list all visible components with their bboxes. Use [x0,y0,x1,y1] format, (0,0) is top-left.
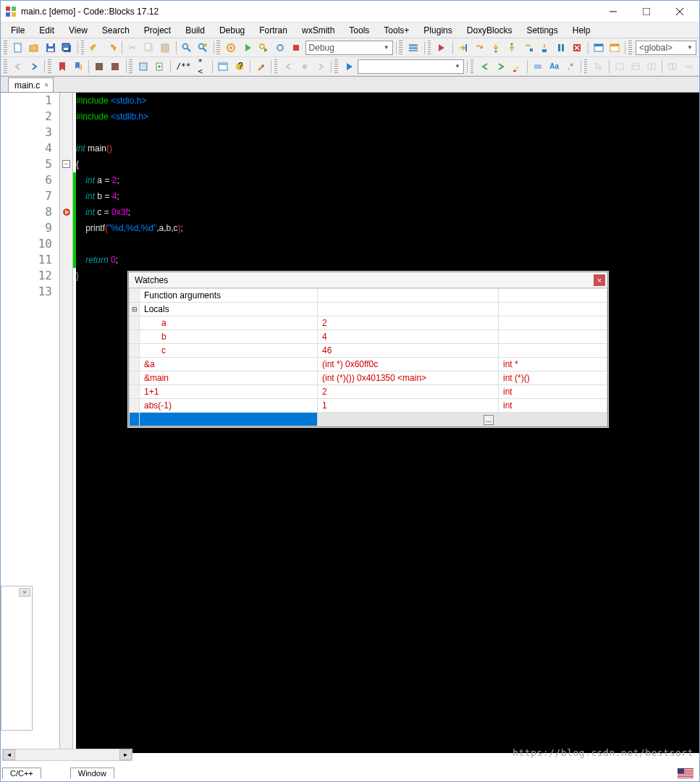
menu-debug[interactable]: Debug [212,24,252,37]
step-into-icon[interactable] [489,40,504,56]
replace-icon[interactable] [195,40,211,56]
menu-settings[interactable]: Settings [519,24,565,37]
match-case-icon[interactable]: Aa [547,59,561,75]
frame-icon[interactable] [612,59,627,75]
doxy-config-icon[interactable] [253,59,268,75]
menu-search[interactable]: Search [95,24,137,37]
toolbar-grip[interactable] [628,41,632,55]
watch-value[interactable]: 2 [318,316,499,330]
open-file-icon[interactable] [27,40,42,56]
highlight-icon[interactable] [510,59,524,75]
watch-value[interactable]: (int (*)()) 0x401350 <main> [318,371,499,385]
watches-titlebar[interactable]: Watches × [129,272,607,288]
toolbar-grip[interactable] [274,59,278,74]
toolbar-grip[interactable] [81,41,85,55]
menu-doxyblocks[interactable]: DoxyBlocks [460,24,520,37]
watch-value[interactable]: 2 [318,385,499,399]
menu-build[interactable]: Build [178,24,212,37]
nav-back-icon[interactable] [11,59,25,75]
selected-text-icon[interactable] [531,59,545,75]
copy-icon[interactable] [142,40,157,56]
menu-toolsplus[interactable]: Tools+ [376,24,416,37]
scope-combo[interactable]: <global>▼ [636,41,696,55]
doxy-comment-line-icon[interactable]: *< [195,59,209,75]
locale-flag-icon[interactable] [678,768,693,778]
toolbar-grip[interactable] [4,41,7,55]
find-next-icon[interactable] [494,59,508,75]
abort-icon[interactable] [289,40,304,56]
various-info-icon[interactable] [607,40,623,56]
menu-file[interactable]: File [4,24,32,37]
panel-icon[interactable] [628,59,643,75]
maximize-button[interactable] [630,1,663,22]
doxy-wizard-icon[interactable] [136,59,151,75]
next-instr-icon[interactable] [521,40,536,56]
doxy-chm-icon[interactable]: ? [232,59,247,75]
last-symbol-icon[interactable] [298,59,312,75]
step-into-instr-icon[interactable] [537,40,552,56]
clear-changebar-icon[interactable] [108,59,122,75]
run-icon[interactable] [240,40,256,56]
sizer-icon[interactable] [644,59,659,75]
close-tab-icon[interactable]: × [44,81,49,89]
toolbar-grip[interactable] [471,59,474,74]
menu-help[interactable]: Help [565,24,598,37]
build-icon[interactable] [224,40,239,56]
select-icon[interactable] [591,59,605,75]
watch-name[interactable]: &a [140,358,318,371]
toolbar-grip[interactable] [428,41,431,55]
debug-windows-icon[interactable] [591,40,606,56]
search-target-icon[interactable] [342,59,356,75]
watch-name[interactable]: 1+1 [140,385,318,399]
toolbar-grip[interactable] [334,59,338,74]
spacer-icon[interactable] [682,59,696,75]
expand-icon[interactable]: ⊟ [130,303,140,316]
next-symbol-icon[interactable] [313,59,328,75]
scroll-left-icon[interactable]: ◄ [3,749,15,760]
minimize-button[interactable] [596,1,630,22]
paste-icon[interactable] [158,40,173,56]
debug-continue-icon[interactable] [434,40,450,56]
fold-toggle-icon[interactable]: − [62,160,70,168]
redo-icon[interactable] [104,40,119,56]
watch-name[interactable]: b [140,330,318,344]
save-icon[interactable] [43,40,59,56]
toolbar-grip[interactable] [216,41,220,55]
find-prev-icon[interactable] [477,59,492,75]
toolbar-grip[interactable] [48,59,51,74]
scroll-right-icon[interactable]: ► [119,749,132,760]
floating-close-icon[interactable]: × [19,588,30,597]
toolbar-grip[interactable] [129,59,132,74]
break-icon[interactable] [554,40,569,56]
watches-close-icon[interactable]: × [594,274,605,286]
regex-icon[interactable]: .* [563,59,578,75]
watch-name[interactable]: c [140,344,318,358]
menu-edit[interactable]: Edit [32,24,62,37]
doxy-extract-icon[interactable] [152,59,166,75]
nav-forward-icon[interactable] [27,59,41,75]
search-combo[interactable]: ▼ [358,59,464,74]
stop-debug-icon[interactable] [570,40,585,56]
rebuild-icon[interactable] [273,40,288,56]
save-all-icon[interactable] [59,40,75,56]
ellipsis-button[interactable]: ... [484,415,494,425]
watch-value[interactable]: 4 [318,330,499,344]
toolbar-grip[interactable] [399,41,402,55]
build-run-icon[interactable] [256,40,271,56]
file-tab-main-c[interactable]: main.c × [8,77,54,92]
marker-margin[interactable]: − [60,93,73,753]
prev-symbol-icon[interactable] [281,59,295,75]
toolbar-grip[interactable] [4,59,7,74]
find-icon[interactable] [180,40,195,56]
toggle-bookmark-icon[interactable] [55,59,69,75]
cut-icon[interactable]: ✂ [125,40,140,56]
horizontal-scrollbar[interactable]: ◄ ► [2,749,132,761]
undo-icon[interactable] [88,40,103,56]
prev-bookmark-icon[interactable] [71,59,85,75]
toolbar-grip[interactable] [584,59,588,74]
expand-icon[interactable] [130,289,140,303]
menu-wxsmith[interactable]: wxSmith [295,24,342,37]
step-out-icon[interactable] [505,40,520,56]
build-target-combo[interactable]: Debug▼ [305,41,393,55]
menu-project[interactable]: Project [137,24,178,37]
